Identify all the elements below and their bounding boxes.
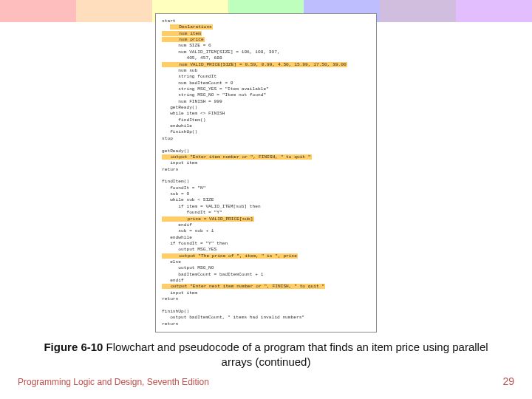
code-line-hl: num price — [162, 37, 205, 42]
code-line-hl: num item — [162, 31, 202, 36]
code-line: num SIZE = 6 — [162, 43, 211, 48]
code-line-hl: output "The price of ", item, " is ", pr… — [162, 253, 298, 259]
slide: start Declarations num item num price nu… — [0, 0, 532, 399]
code-line: string MSG_YES = "Item available" — [162, 86, 269, 92]
code-line: while item <> FINISH — [162, 111, 225, 116]
code-line: foundIt = "N" — [162, 185, 205, 191]
code-line: sub = 0 — [162, 191, 189, 197]
code-line-hl: output "Enter item number or ", FINISH, … — [162, 154, 312, 160]
figure-caption: Figure 6-10 Flowchart and pseudocode of … — [0, 340, 532, 369]
code-line-hl: price = VALID_PRICE[sub] — [162, 216, 254, 222]
code-line-hl: output "Enter next item number or ", FIN… — [162, 284, 325, 289]
figure-text: Flowchart and pseudocode of a program th… — [103, 341, 488, 368]
code-line: output MSG_YES — [162, 247, 216, 252]
code-line: num VALID_ITEM[SIZE] = 106, 108, 307, — [162, 50, 280, 55]
code-line: output MSG_NO — [162, 265, 214, 270]
code-line: endwhile — [162, 235, 192, 240]
code-line: num sub — [162, 68, 197, 73]
code-line: input item — [162, 290, 197, 296]
code-line: badItemCount = badItemCount + 1 — [162, 272, 263, 277]
code-line: start — [162, 18, 176, 24]
pseudocode-box: start Declarations num item num price nu… — [155, 13, 377, 332]
code-line: if foundIt = "Y" then — [162, 241, 228, 246]
code-line: endif — [162, 222, 192, 228]
code-line: finishUp() — [162, 309, 189, 314]
code-line: endif — [162, 278, 184, 283]
code-line: return — [162, 167, 178, 172]
code-line: getReady() — [162, 149, 189, 154]
code-line: return — [162, 296, 178, 301]
code-line: while sub < SIZE — [162, 197, 214, 202]
code-line-hl: num VALID_PRICE[SIZE] = 0.59, 0.99, 4.50… — [162, 62, 347, 67]
code-line: if item = VALID_ITEM[sub] then — [162, 204, 261, 209]
code-line: finishUp() — [162, 129, 197, 134]
code-line: string foundIt — [162, 74, 216, 79]
code-line: string MSG_NO = "Item not found" — [162, 92, 266, 98]
code-line: return — [162, 321, 178, 327]
page-number: 29 — [502, 375, 514, 387]
code-line: 405, 457, 688 — [162, 55, 222, 61]
code-line: findItem() — [162, 179, 189, 184]
code-line: stop — [162, 136, 173, 141]
code-line: endwhile — [162, 123, 192, 129]
code-line: else — [162, 259, 181, 265]
code-line: output badItemCount, " items had invalid… — [162, 315, 304, 320]
code-line: sub = sub + 1 — [162, 228, 214, 233]
code-line: foundIt = "Y" — [162, 210, 222, 215]
code-line: findItem() — [162, 117, 205, 123]
code-line: num FINISH = 999 — [162, 99, 222, 104]
code-line-hl: Declarations — [170, 24, 213, 30]
code-line: input item — [162, 160, 197, 166]
figure-label: Figure 6-10 — [44, 341, 103, 353]
code-line: getReady() — [162, 105, 197, 110]
footer-book-title: Programming Logic and Design, Seventh Ed… — [18, 377, 209, 387]
code-line: num badItemCount = 0 — [162, 81, 233, 86]
